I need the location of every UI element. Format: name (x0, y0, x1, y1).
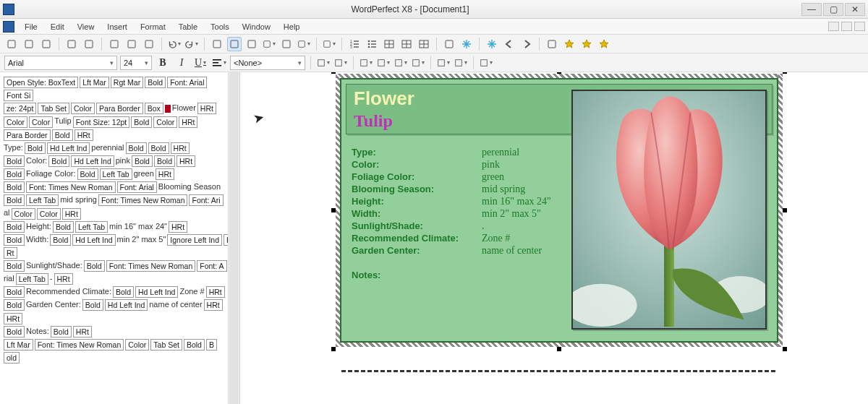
font-color-icon[interactable] (297, 37, 311, 51)
reveal-code[interactable]: HRt (179, 116, 197, 128)
style-select[interactable]: <None>▾ (230, 56, 305, 70)
textbox-icon[interactable] (227, 37, 242, 51)
reveal-code[interactable]: Para Border (96, 103, 143, 114)
reveal-code[interactable]: Bold (4, 260, 25, 272)
reveal-code[interactable]: Font: Times New Roman (106, 260, 196, 272)
italic-button[interactable]: I (174, 56, 190, 70)
reveal-code-line[interactable]: BoldWidth:BoldHd Left Indmin 2" max 5"Ig… (3, 233, 237, 246)
reveal-code[interactable]: Bold (4, 326, 25, 338)
paste-icon[interactable] (142, 37, 156, 51)
reveal-text[interactable]: Flower (171, 101, 197, 114)
reveal-code[interactable]: Color (71, 103, 95, 114)
arrow-right-icon[interactable] (519, 37, 534, 51)
reveal-code-line[interactable]: BoldFont: Times New RomanFont: ArialBloo… (3, 180, 237, 193)
reveal-code[interactable]: Hd Left Ind (135, 286, 178, 298)
reveal-code[interactable]: Bold (4, 234, 25, 246)
reveal-text[interactable]: Foliage Color: (25, 167, 76, 180)
reveal-code-line[interactable]: BoldLeft Tabmid springFont: Times New Ro… (3, 193, 237, 206)
reveal-code[interactable]: Bold (113, 286, 134, 298)
print-icon[interactable] (64, 37, 79, 51)
reveal-code[interactable]: Open Style: BoxText (4, 77, 78, 88)
reveal-code[interactable]: Bold (50, 234, 71, 246)
bold-button[interactable]: B (155, 56, 171, 70)
border-all-icon[interactable] (454, 56, 468, 70)
open-icon[interactable] (22, 37, 36, 51)
reveal-code[interactable]: Bold (51, 326, 72, 338)
reveal-code-line[interactable]: old (3, 351, 237, 364)
reveal-code[interactable]: Tab Set (38, 103, 69, 114)
menu-view[interactable]: View (72, 21, 101, 33)
reveal-code-line[interactable]: BoldNotes:BoldHRt (3, 325, 237, 338)
reveal-code[interactable]: Color (153, 116, 177, 128)
reveal-code[interactable]: Lft Mar (80, 77, 109, 88)
view-codes-icon[interactable] (479, 56, 493, 70)
reveal-code[interactable]: Left Tab (75, 221, 108, 233)
book-icon[interactable] (442, 37, 456, 51)
reveal-code[interactable]: Bold (25, 142, 46, 154)
reveal-text[interactable]: al (3, 206, 11, 219)
reveal-text[interactable]: Height: (25, 220, 52, 233)
spellcheck-b-icon[interactable] (333, 56, 348, 70)
award-icon[interactable] (597, 37, 611, 51)
highlight-icon[interactable] (262, 37, 276, 51)
reveal-code[interactable]: Bold (4, 168, 25, 180)
reveal-code[interactable]: Left Tab (100, 168, 132, 180)
reveal-text[interactable]: Width: (25, 233, 49, 246)
minimize-button[interactable]: — (801, 3, 822, 16)
spellcheck-a-icon[interactable] (316, 56, 331, 70)
reveal-code[interactable]: HRt (73, 326, 92, 338)
reveal-code[interactable]: Hd Left Ind (105, 299, 148, 311)
favorite-icon[interactable] (562, 37, 576, 51)
reveal-text[interactable]: perennial (90, 141, 124, 154)
reveal-code[interactable]: Bold (148, 142, 169, 154)
reveal-code[interactable]: Bold (53, 221, 74, 233)
reveal-code[interactable]: Bold (126, 142, 147, 154)
demote-icon[interactable] (376, 56, 391, 70)
menu-tools[interactable]: Tools (205, 21, 235, 33)
reveal-code[interactable]: HRt (206, 286, 225, 298)
reveal-code-line[interactable]: Rt (3, 246, 237, 259)
reveal-code[interactable]: HRt (197, 103, 216, 114)
copy-icon[interactable] (124, 37, 139, 51)
close-button[interactable]: ✕ (845, 3, 865, 16)
menu-table[interactable]: Table (173, 21, 203, 33)
reveal-code-line[interactable]: ze: 24ptTab SetColorPara BorderBoxFlower… (3, 101, 237, 114)
promote-icon[interactable] (359, 56, 373, 70)
justify-button[interactable] (211, 56, 227, 70)
app-menu-icon[interactable] (3, 21, 14, 33)
reveal-code[interactable]: Hd Left Ind (47, 142, 90, 154)
reveal-text[interactable]: Garden Center: (25, 298, 82, 311)
numbered-list-icon[interactable]: 123 (347, 37, 362, 51)
reveal-code[interactable]: Font: Times New Roman (35, 339, 124, 351)
menu-help[interactable]: Help (278, 21, 306, 33)
reveal-text[interactable]: name of center (148, 298, 203, 311)
reveal-code[interactable]: Para Border (4, 129, 51, 141)
reveal-code[interactable]: Bold (4, 181, 25, 193)
reveal-code[interactable]: Hd Left Ind (71, 155, 114, 167)
reveal-code-line[interactable]: Lft MarFont: Times New RomanColorTab Set… (3, 338, 237, 351)
reveal-code[interactable]: Bold (52, 129, 73, 141)
reveal-code[interactable]: Bold (84, 260, 105, 272)
reveal-code[interactable]: HRt (75, 129, 93, 141)
reveal-code[interactable]: HRt (156, 168, 174, 180)
reveal-code[interactable]: Font: Arial (117, 181, 157, 193)
reveal-code[interactable]: Ignore Left Ind (167, 234, 222, 246)
reveal-code[interactable]: Bold (4, 194, 25, 206)
chart-icon[interactable] (244, 37, 259, 51)
reveal-code-line[interactable]: alColorColorHRt (3, 206, 237, 219)
reveal-code[interactable]: Rt (4, 247, 17, 259)
text-box-object[interactable]: Flower Tulip (336, 74, 783, 347)
home-icon[interactable] (545, 37, 559, 51)
menu-window[interactable]: Window (237, 21, 276, 33)
reveal-text[interactable]: pink (115, 154, 131, 167)
reveal-code[interactable]: HRt (62, 208, 81, 220)
reveal-code[interactable]: Font: Ari (189, 194, 223, 206)
reveal-code-line[interactable]: BoldFoliage Color:BoldLeft TabgreenHRt (3, 167, 237, 180)
reveal-code-line[interactable]: Para BorderBoldHRt (3, 128, 237, 141)
reveal-code[interactable]: Bold (131, 116, 152, 128)
indent-left-icon[interactable] (393, 56, 408, 70)
underline-button[interactable]: U (192, 56, 208, 70)
reveal-code[interactable]: HRt (4, 313, 22, 325)
reveal-codes-panel[interactable]: Open Style: BoxTextLft MarRgt MarBoldFon… (0, 72, 240, 404)
reveal-code[interactable]: Left Tab (26, 194, 59, 206)
